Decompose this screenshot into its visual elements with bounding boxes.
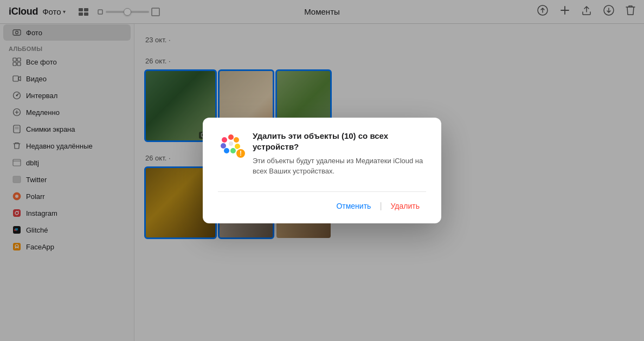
svg-point-38 [222,137,227,143]
svg-point-36 [224,148,229,153]
svg-point-33 [234,137,239,143]
confirm-delete-button[interactable]: Удалить [384,200,426,213]
svg-point-37 [221,143,226,149]
dialog-title: Удалить эти объекты (10) со всех устройс… [253,131,426,152]
delete-dialog: ! Удалить эти объекты (10) со всех устро… [203,118,441,223]
svg-point-40 [229,141,233,146]
svg-point-32 [228,134,234,140]
dialog-actions: Отменить | Удалить [218,191,426,213]
cancel-button[interactable]: Отменить [330,200,377,213]
dialog-title-block: Удалить эти объекты (10) со всех устройс… [253,131,426,176]
dialog-icon-wrap: ! [218,131,244,157]
dialog-divider: | [377,201,384,211]
dialog-overlay: ! Удалить эти объекты (10) со всех устро… [0,0,644,341]
warning-badge: ! [235,148,246,159]
dialog-body: Эти объекты будут удалены из Медиатеки i… [253,156,426,176]
dialog-header: ! Удалить эти объекты (10) со всех устро… [218,131,426,176]
